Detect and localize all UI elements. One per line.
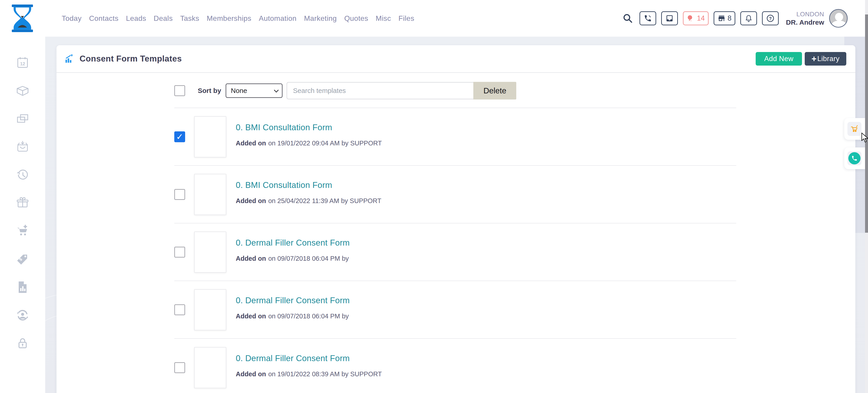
library-button[interactable]: + Library bbox=[805, 52, 846, 66]
delete-button[interactable]: Delete bbox=[473, 82, 516, 99]
left-sidebar: 12 bbox=[0, 37, 45, 393]
user-location: LONDON bbox=[786, 10, 824, 18]
gift-icon[interactable] bbox=[14, 194, 31, 212]
user-info[interactable]: LONDON DR. Andrew bbox=[786, 10, 824, 27]
add-new-button[interactable]: Add New bbox=[756, 52, 802, 66]
sort-select[interactable]: None bbox=[225, 84, 283, 98]
templates-list: Sort by None Delete 0. BMI Consultation … bbox=[174, 73, 736, 393]
template-row: 0. BMI Consultation Form Added onon 19/0… bbox=[174, 108, 736, 166]
help-button[interactable]: ? bbox=[762, 11, 779, 25]
template-meta: Added onon 09/07/2018 06:04 PM by bbox=[236, 312, 350, 320]
sort-by-label: Sort by bbox=[198, 87, 221, 94]
search-templates-input[interactable] bbox=[287, 82, 473, 99]
main-menu: Today Contacts Leads Deals Tasks Members… bbox=[62, 14, 414, 23]
package-box-icon[interactable] bbox=[14, 82, 31, 99]
card-header: Consent Form Templates Add New + Library bbox=[57, 45, 855, 73]
chat-count-badge: 14 bbox=[697, 14, 705, 22]
report-document-icon[interactable] bbox=[14, 279, 31, 296]
store-button[interactable]: 8 bbox=[714, 11, 735, 25]
nav-item-today[interactable]: Today bbox=[62, 14, 82, 23]
duplicate-copy-icon[interactable] bbox=[14, 110, 31, 127]
topbar-actions: 14 8 ? LONDON DR. Andrew bbox=[622, 9, 868, 28]
inbox-button[interactable] bbox=[661, 11, 678, 25]
template-thumbnail[interactable] bbox=[194, 116, 226, 157]
row-checkbox[interactable] bbox=[174, 362, 185, 373]
phone-calls-button[interactable] bbox=[640, 11, 656, 25]
added-on-detail: on 19/01/2022 09:04 AM by SUPPORT bbox=[268, 140, 382, 147]
list-toolbar: Sort by None Delete bbox=[174, 73, 736, 108]
cart-icon bbox=[850, 124, 859, 133]
search-icon[interactable] bbox=[622, 13, 633, 24]
price-tag-icon[interactable]: $ bbox=[14, 250, 31, 268]
nav-item-leads[interactable]: Leads bbox=[126, 14, 146, 23]
added-on-label: Added on bbox=[236, 255, 266, 262]
template-title-link[interactable]: 0. BMI Consultation Form bbox=[236, 180, 381, 190]
svg-text:?: ? bbox=[769, 16, 772, 21]
sort-select-value: None bbox=[231, 87, 247, 94]
user-avatar[interactable] bbox=[829, 9, 848, 28]
nav-item-tasks[interactable]: Tasks bbox=[180, 14, 199, 23]
shopping-bag-download-icon[interactable] bbox=[14, 139, 31, 156]
template-thumbnail[interactable] bbox=[194, 174, 226, 215]
nav-item-memberships[interactable]: Memberships bbox=[207, 14, 251, 23]
template-title-link[interactable]: 0. Dermal Filler Consent Form bbox=[236, 296, 350, 305]
added-on-detail: on 19/01/2022 08:39 AM by SUPPORT bbox=[268, 370, 382, 377]
added-on-label: Added on bbox=[236, 370, 266, 377]
template-title-link[interactable]: 0. Dermal Filler Consent Form bbox=[236, 354, 382, 363]
nav-item-automation[interactable]: Automation bbox=[259, 14, 297, 23]
row-checkbox[interactable] bbox=[174, 304, 185, 315]
added-on-label: Added on bbox=[236, 140, 266, 147]
user-sync-icon[interactable] bbox=[14, 307, 31, 324]
cart-settings-icon[interactable] bbox=[14, 222, 31, 240]
nav-item-marketing[interactable]: Marketing bbox=[304, 14, 337, 23]
added-on-label: Added on bbox=[236, 312, 266, 320]
added-on-label: Added on bbox=[236, 197, 266, 204]
page-title: Consent Form Templates bbox=[80, 54, 182, 64]
row-checkbox[interactable] bbox=[174, 189, 185, 200]
template-meta: Added onon 19/01/2022 08:39 AM by SUPPOR… bbox=[236, 370, 382, 378]
template-meta: Added onon 09/07/2018 06:04 PM by bbox=[236, 255, 350, 262]
nav-item-misc[interactable]: Misc bbox=[376, 14, 391, 23]
history-clock-icon[interactable] bbox=[14, 167, 31, 184]
template-thumbnail[interactable] bbox=[194, 347, 226, 388]
added-on-detail: on 09/07/2018 06:04 PM by bbox=[268, 255, 349, 262]
template-meta: Added onon 25/04/2022 11:39 AM by SUPPOR… bbox=[236, 197, 381, 205]
template-thumbnail[interactable] bbox=[194, 232, 226, 273]
added-on-detail: on 25/04/2022 11:39 AM by SUPPORT bbox=[268, 197, 381, 204]
floating-cart-widget[interactable] bbox=[844, 118, 865, 140]
page-scrollbar[interactable] bbox=[865, 0, 868, 393]
row-checkbox[interactable] bbox=[174, 131, 185, 142]
nav-item-deals[interactable]: Deals bbox=[154, 14, 173, 23]
template-title-link[interactable]: 0. BMI Consultation Form bbox=[236, 123, 382, 132]
hourglass-logo-icon[interactable] bbox=[11, 4, 34, 32]
chat-messages-button[interactable]: 14 bbox=[683, 11, 708, 25]
template-title-link[interactable]: 0. Dermal Filler Consent Form bbox=[236, 238, 350, 248]
added-on-detail: on 09/07/2018 06:04 PM by bbox=[268, 312, 349, 320]
nav-item-contacts[interactable]: Contacts bbox=[89, 14, 119, 23]
plus-icon: + bbox=[811, 55, 817, 63]
template-row: 0. Dermal Filler Consent Form Added onon… bbox=[174, 223, 736, 281]
store-count-badge: 8 bbox=[727, 14, 732, 22]
template-thumbnail[interactable] bbox=[194, 289, 226, 330]
row-checkbox[interactable] bbox=[174, 247, 185, 258]
nav-item-quotes[interactable]: Quotes bbox=[344, 14, 368, 23]
chevron-down-icon bbox=[274, 88, 279, 92]
lock-icon[interactable] bbox=[14, 335, 31, 352]
svg-text:12: 12 bbox=[20, 61, 25, 66]
library-button-label: Library bbox=[817, 55, 839, 63]
template-row: 0. Dermal Filler Consent Form Added onon… bbox=[174, 281, 736, 339]
template-meta: Added onon 19/01/2022 09:04 AM by SUPPOR… bbox=[236, 140, 382, 147]
template-row: 0. BMI Consultation Form Added onon 25/0… bbox=[174, 166, 736, 223]
notifications-bell-button[interactable] bbox=[740, 11, 757, 25]
user-name: DR. Andrew bbox=[786, 18, 824, 27]
scrollbar-thumb[interactable] bbox=[865, 14, 868, 233]
nav-item-files[interactable]: Files bbox=[399, 14, 414, 23]
top-navigation-bar: Today Contacts Leads Deals Tasks Members… bbox=[0, 0, 868, 37]
chart-title-icon bbox=[64, 54, 74, 64]
floating-phone-widget[interactable] bbox=[844, 147, 865, 169]
consent-templates-card: Consent Form Templates Add New + Library… bbox=[57, 45, 855, 393]
select-all-checkbox[interactable] bbox=[174, 85, 185, 96]
calendar-icon[interactable]: 12 bbox=[14, 54, 31, 71]
content-area: Consent Form Templates Add New + Library… bbox=[45, 37, 868, 393]
phone-icon bbox=[848, 152, 861, 164]
